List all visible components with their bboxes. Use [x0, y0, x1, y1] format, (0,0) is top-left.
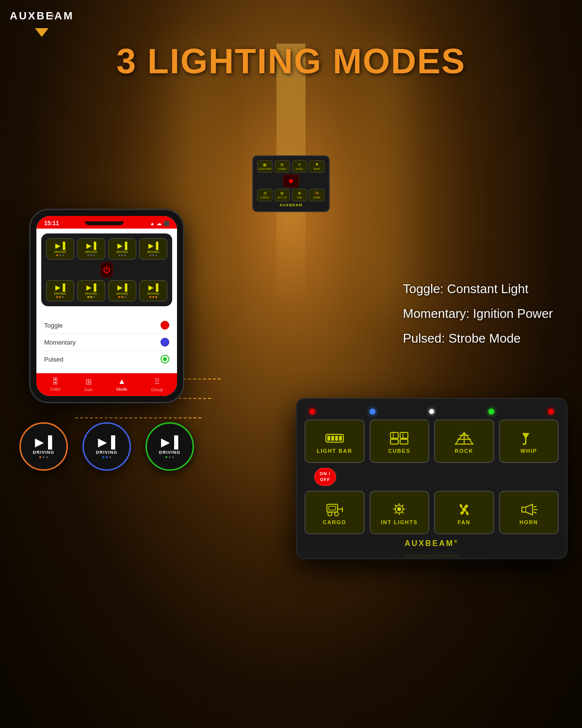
svg-rect-36 — [522, 507, 526, 512]
nav-group-label: Group — [151, 387, 163, 392]
mode-pulsed-radio[interactable] — [161, 355, 169, 364]
svg-line-31 — [402, 512, 404, 513]
svg-line-33 — [395, 512, 396, 513]
nav-group[interactable]: ⠿ Group — [151, 377, 163, 392]
panel-rock-label: ROCK — [455, 448, 473, 454]
small-btn-lightbar: ▦ LIGHT BAR — [257, 160, 273, 173]
nav-color[interactable]: 🎛 Color — [50, 377, 61, 392]
fan-icon — [454, 502, 474, 517]
phone-btn-5[interactable]: ▶▐ DRIVING — [46, 280, 74, 301]
label-pulsed: Pulsed: Strobe Mode — [403, 331, 553, 346]
logo-triangle — [35, 28, 48, 37]
mode-toggle-radio[interactable] — [161, 321, 169, 330]
panel-btn-lightbar[interactable]: LIGHT BAR — [305, 419, 365, 463]
driving-circles: ▶▐ DRIVING ▶▐ DRIVING ▶▐ DRIVING — [19, 422, 194, 471]
label-momentary: Momentary: Ignition Power — [403, 306, 553, 321]
dot-1 — [39, 456, 41, 458]
led-white — [429, 409, 434, 414]
panel-brand-reg: ® — [454, 539, 459, 544]
logo: AUXBEAM ® — [10, 10, 74, 37]
mode-momentary-radio[interactable] — [161, 338, 169, 347]
page-title: 3 LIGHTING MODES — [116, 41, 466, 81]
dot-7 — [165, 456, 167, 458]
driving-circle-momentary: ▶▐ DRIVING — [82, 422, 131, 471]
panel-btn-rock[interactable]: ROCK — [434, 419, 494, 463]
panel-row1: LIGHT BAR CUBES — [305, 419, 559, 463]
cargo-icon — [325, 502, 344, 517]
small-btn-cargo: ⚙ CARGO — [257, 189, 273, 201]
mode-momentary[interactable]: Momentary — [44, 334, 169, 351]
phone-control-pad: ▶▐ DRIVING ▶▐ DRIVING ▶▐ DRIVING — [41, 233, 172, 306]
svg-point-34 — [397, 507, 401, 511]
main-control-panel: LIGHT BAR CUBES — [296, 398, 567, 594]
panel-intlights-label: INT LIGHTS — [381, 519, 418, 525]
small-btn-whip: ⚑ WHIP — [309, 160, 324, 173]
dot-4 — [102, 456, 104, 458]
mode-toggle[interactable]: Toggle — [44, 317, 169, 334]
driving-circle-pulsed: ▶▐ DRIVING — [146, 422, 194, 471]
panel-led-indicators — [305, 407, 559, 419]
power-button[interactable]: ⏻ — [100, 262, 113, 278]
svg-point-35 — [462, 508, 466, 512]
panel-brand: AUXBEAM® — [305, 539, 559, 550]
horn-icon — [519, 502, 538, 517]
phone-btn-grid-row2: ▶▐ DRIVING ▶▐ DRIVING ▶▐ DRIVING — [46, 280, 167, 301]
phone-btn-7[interactable]: ▶▐ DRIVING — [108, 280, 136, 301]
dot-9 — [172, 456, 174, 458]
panel-btn-whip[interactable]: WHIP — [499, 419, 559, 463]
lightbar-icon — [325, 430, 344, 446]
mode-list: Toggle Momentary Pulsed — [36, 311, 177, 373]
phone-btn-4[interactable]: ▶▐ DRIVING — [139, 238, 167, 260]
phone-status-bar: 15:11 ▲☁⬛ — [36, 216, 177, 229]
mode-momentary-label: Momentary — [44, 339, 76, 346]
rock-icon — [454, 430, 474, 446]
phone-btn-3[interactable]: ▶▐ DRIVING — [108, 238, 136, 260]
panel-btn-fan[interactable]: FAN — [434, 491, 494, 534]
nav-color-label: Color — [50, 387, 61, 392]
mode-pulsed[interactable]: Pulsed — [44, 351, 169, 367]
svg-point-22 — [335, 512, 339, 516]
panel-btn-cargo[interactable]: CARGO — [305, 491, 365, 534]
phone-time: 15:11 — [44, 220, 59, 227]
label-toggle: Toggle: Constant Light — [403, 281, 553, 297]
phone-status-icons: ▲☁⬛ — [150, 221, 169, 226]
dot-5 — [106, 456, 108, 458]
nav-icon[interactable]: ⊞ Icon — [84, 377, 93, 392]
small-btn-horn: 📯 HORN — [309, 189, 324, 201]
phone-btn-2[interactable]: ▶▐ DRIVING — [77, 238, 105, 260]
panel-btn-cubes[interactable]: CUBES — [370, 419, 430, 463]
phone-btn-6[interactable]: ▶▐ DRIVING — [77, 280, 105, 301]
dot-3 — [46, 456, 48, 458]
small-panel-row2: ⚙ CARGO ✿ INT LTS ❋ FAN 📯 HORN — [257, 189, 325, 201]
panel-row2: CARGO INT LIGHTS — [305, 491, 559, 534]
small-device-panel: ▦ LIGHT BAR ⊞ CUBES ✕ ROCK ⚑ WHIP ⚙ CARG… — [252, 155, 330, 212]
logo-registered: ® — [51, 14, 54, 18]
panel-lightbar-label: LIGHT BAR — [317, 448, 352, 454]
onoff-button[interactable]: ON / OFF — [314, 468, 336, 486]
phone-btn-8[interactable]: ▶▐ DRIVING — [139, 280, 167, 301]
panel-btn-horn[interactable]: HORN — [499, 491, 559, 534]
onoff-label: ON / — [320, 471, 331, 476]
phone-mockup: 15:11 ▲☁⬛ ▶▐ DRIVING ▶▐ DRIVING — [29, 209, 184, 403]
nav-mode-label: Mode — [116, 387, 128, 392]
panel-btn-intlights[interactable]: INT LIGHTS — [370, 491, 430, 534]
led-green — [488, 409, 494, 414]
panel-fan-label: FAN — [458, 519, 471, 525]
phone-bottom-nav: 🎛 Color ⊞ Icon ▲ Mode ⠿ Group — [36, 373, 177, 396]
panel-cargo-label: CARGO — [323, 519, 346, 525]
svg-line-39 — [534, 512, 536, 513]
panel-horn-label: HORN — [519, 519, 538, 525]
nav-mode[interactable]: ▲ Mode — [116, 377, 128, 392]
driving-circle-toggle: ▶▐ DRIVING — [19, 422, 68, 471]
svg-rect-3 — [335, 436, 338, 441]
led-red-right — [548, 409, 554, 414]
svg-line-37 — [534, 506, 536, 507]
labels-area: Toggle: Constant Light Momentary: Igniti… — [403, 281, 553, 346]
phone-btn-1[interactable]: ▶▐ DRIVING — [46, 238, 74, 260]
small-btn-fan: ❋ FAN — [292, 189, 307, 201]
svg-rect-6 — [390, 439, 398, 444]
small-panel-row1: ▦ LIGHT BAR ⊞ CUBES ✕ ROCK ⚑ WHIP — [257, 160, 325, 173]
logo-text: AUXBEAM — [10, 10, 74, 22]
dot-8 — [169, 456, 171, 458]
small-btn-cubes: ⊞ CUBES — [275, 160, 290, 173]
